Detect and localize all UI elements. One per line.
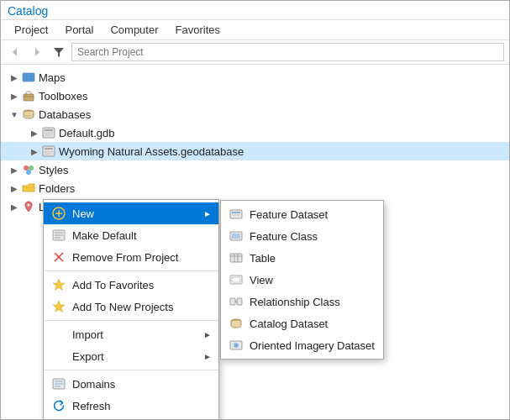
toggle-maps: ▶ [8,73,21,82]
ctx-separator-1 [44,270,218,271]
ctx-item-export[interactable]: Export ► [44,345,218,367]
star-new-projects-icon [50,298,67,315]
back-button[interactable] [6,43,24,61]
feature-class-label: Feature Class [250,230,376,243]
folders-icon [21,181,36,195]
toggle-folders: ▶ [8,184,21,193]
ctx-item-refresh[interactable]: Refresh [44,395,218,417]
ctx-make-default-label: Make Default [72,229,212,242]
sub-relationship-class[interactable]: Relationship Class [221,291,383,312]
new-icon [50,205,67,222]
toggle-default-gdb: ▶ [28,129,41,138]
tree-item-wyoming-gdb[interactable]: ▶ Wyoming Natural Assets.geodatabase [1,142,509,160]
search-input[interactable] [71,43,504,61]
tree-item-toolboxes[interactable]: ▶ Toolboxes [1,87,509,105]
databases-icon [21,108,36,121]
ctx-domains-label: Domains [72,378,212,391]
ctx-item-import[interactable]: Import ► [44,323,218,345]
menu-project[interactable]: Project [8,22,55,38]
new-arrow-icon: ► [203,209,212,218]
tree-panel: ▶ Maps ▶ Toolboxes ▼ Databases ▶ [1,65,509,419]
svg-rect-19 [230,210,242,218]
tree-item-databases[interactable]: ▼ Databases [1,105,509,123]
ctx-item-new[interactable]: New ► Feature Dataset Feature Clas [44,202,218,224]
svg-rect-21 [232,215,240,216]
ctx-refresh-label: Refresh [72,400,212,412]
toggle-databases: ▼ [8,110,21,119]
ctx-separator-2 [44,320,218,321]
ctx-separator-3 [44,370,218,370]
table-icon [228,249,244,266]
window-title: Catalog [8,4,48,18]
ctx-item-copy[interactable]: Copy Ctrl+C [44,417,218,419]
maps-label: Maps [39,71,66,84]
svg-rect-7 [45,135,50,136]
svg-rect-1 [24,94,34,101]
ctx-new-label: New [72,207,203,220]
export-arrow-icon: ► [203,352,212,361]
svg-marker-44 [53,301,65,312]
sub-table[interactable]: Table [221,247,383,269]
oriented-imagery-icon [228,337,244,354]
svg-rect-23 [232,234,240,239]
svg-point-15 [28,204,30,207]
export-icon [50,348,67,365]
relationship-class-icon [228,293,244,310]
svg-point-13 [29,165,34,171]
sub-feature-class[interactable]: Feature Class [221,225,383,247]
relationship-class-label: Relationship Class [250,296,376,308]
svg-rect-0 [23,73,34,81]
svg-rect-31 [237,298,242,305]
sub-catalog-dataset[interactable]: Catalog Dataset [221,312,383,334]
sub-oriented-imagery[interactable]: Oriented Imagery Dataset [221,334,383,356]
svg-rect-20 [232,212,240,213]
menu-favorites[interactable]: Favorites [169,22,227,38]
svg-rect-10 [45,151,53,152]
toolboxes-label: Toolboxes [39,90,88,102]
toggle-toolboxes: ▶ [8,92,21,101]
sub-feature-dataset[interactable]: Feature Dataset [221,203,383,225]
svg-rect-24 [230,254,242,262]
refresh-icon [50,397,67,414]
ctx-item-add-favorites[interactable]: Add To Favorites [44,274,218,296]
ctx-export-label: Export [72,350,203,363]
toggle-wyoming-gdb: ▶ [28,147,41,156]
import-arrow-icon: ► [203,330,212,339]
oriented-imagery-label: Oriented Imagery Dataset [250,339,376,352]
svg-rect-30 [230,298,235,305]
ctx-item-make-default[interactable]: Make Default [44,224,218,246]
ctx-item-add-new-projects[interactable]: Add To New Projects [44,296,218,318]
menu-computer[interactable]: Computer [103,22,165,38]
catalog-dataset-label: Catalog Dataset [250,318,376,330]
styles-label: Styles [39,164,68,176]
tree-item-styles[interactable]: ▶ Styles [1,160,509,179]
feature-dataset-label: Feature Dataset [250,208,376,221]
menu-portal[interactable]: Portal [58,22,100,38]
sub-view[interactable]: View [221,269,383,291]
tree-item-folders[interactable]: ▶ Folders [1,179,509,197]
maps-icon [21,71,36,84]
view-icon [228,271,244,288]
toolbar [1,40,509,65]
import-icon [50,326,67,343]
menu-bar: Project Portal Computer Favorites [1,20,509,40]
folders-label: Folders [39,182,75,195]
svg-point-36 [235,344,237,346]
submenu-new: Feature Dataset Feature Class Table [220,200,384,360]
filter-button[interactable] [50,43,68,61]
tree-item-default-gdb[interactable]: ▶ Default.gdb [1,123,509,142]
catalog-dataset-icon [228,315,244,332]
ctx-remove-label: Remove From Project [72,251,212,264]
context-menu: New ► Feature Dataset Feature Clas [43,199,219,419]
tree-item-maps[interactable]: ▶ Maps [1,68,509,87]
default-gdb-label: Default.gdb [59,127,115,139]
svg-point-14 [26,170,31,175]
svg-rect-29 [232,277,240,282]
ctx-item-domains[interactable]: Domains [44,373,218,395]
toggle-styles: ▶ [8,165,21,175]
ctx-item-remove[interactable]: Remove From Project [44,246,218,268]
view-label: View [250,274,376,286]
default-gdb-icon [41,126,56,139]
domains-icon [50,375,67,392]
forward-button[interactable] [28,43,46,61]
